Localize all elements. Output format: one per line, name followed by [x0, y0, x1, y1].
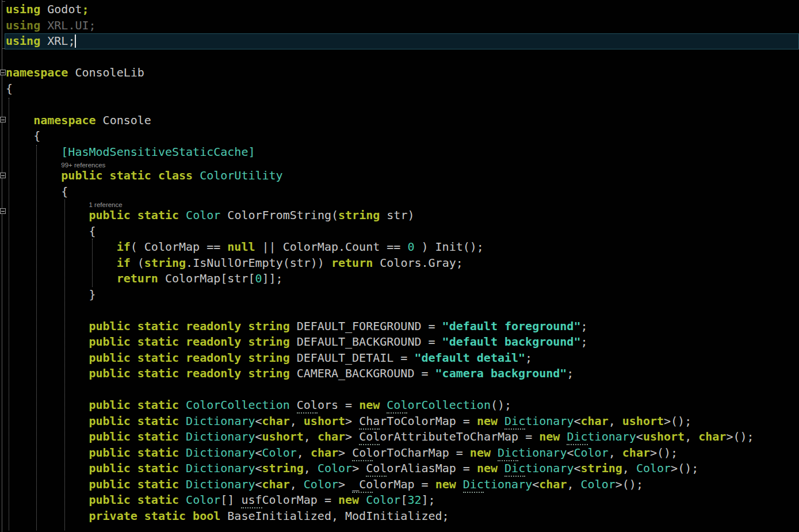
code-line[interactable]: public static readonly string DEFAULT_DE…	[0, 350, 799, 366]
blank-line	[0, 303, 799, 319]
code-line[interactable]: namespace Console	[0, 113, 799, 129]
blank-line	[0, 382, 799, 398]
code-line[interactable]: public static Dictionary<char, Color> _C…	[0, 477, 799, 493]
code-line[interactable]: public static Color[] usfColorMap = new …	[0, 492, 799, 508]
code-line[interactable]: using XRL;	[0, 33, 799, 49]
code-line[interactable]: public static readonly string CAMERA_BAC…	[0, 366, 799, 382]
fold-collapse-button-collapse-namespace-console[interactable]	[0, 117, 6, 123]
codelens-line[interactable]: 99+ references	[0, 160, 799, 168]
code-line[interactable]: public static readonly string DEFAULT_FO…	[0, 319, 799, 335]
code-line[interactable]: public static Dictionary<ushort, char> C…	[0, 429, 799, 445]
code-line[interactable]: public static Dictionary<Color, char> Co…	[0, 445, 799, 461]
code-line[interactable]: public static ColorCollection Colors = n…	[0, 397, 799, 414]
fold-region-start-tick	[2, 1, 5, 2]
text-cursor	[75, 35, 76, 48]
code-line[interactable]: {	[0, 81, 799, 97]
code-line[interactable]: public static class ColorUtility	[0, 168, 799, 184]
code-line[interactable]: {	[0, 224, 799, 240]
code-line[interactable]: {	[0, 128, 799, 144]
fold-collapse-button-collapse-method-colorfromstring[interactable]	[0, 208, 6, 214]
codelens-line[interactable]: 1 reference	[0, 200, 799, 208]
code-line[interactable]: if (string.IsNullOrEmpty(str)) return Co…	[0, 255, 799, 271]
code-line[interactable]: {	[0, 184, 799, 200]
code-line[interactable]: public static Color ColorFromString(stri…	[0, 208, 799, 224]
code-line[interactable]: public static Dictionary<char, ushort> C…	[0, 414, 799, 430]
code-line[interactable]: public static Dictionary<string, Color> …	[0, 461, 799, 477]
code-line[interactable]: using XRL.UI;	[0, 18, 799, 34]
code-line[interactable]: if( ColorMap == null || ColorMap.Count =…	[0, 239, 799, 255]
blank-line	[0, 97, 799, 113]
fold-region-end-tick	[2, 48, 5, 49]
code-editor[interactable]: using Godot;using XRL.UI;using XRL;names…	[0, 0, 799, 532]
fold-collapse-button-collapse-namespace-consolelib[interactable]	[0, 70, 6, 75]
code-line[interactable]: [HasModSensitiveStaticCache]	[0, 144, 799, 160]
blank-line	[0, 49, 799, 66]
fold-margin-line	[2, 0, 2, 532]
code-line[interactable]: private static bool BaseInitialized, Mod…	[0, 508, 799, 525]
code-line[interactable]: return ColorMap[str[0]];	[0, 271, 799, 287]
fold-collapse-button-collapse-class-colorutility[interactable]	[0, 173, 6, 178]
code-line[interactable]: using Godot;	[0, 2, 799, 18]
code-area[interactable]: using Godot;using XRL.UI;using XRL;names…	[0, 0, 799, 532]
code-line[interactable]: public static readonly string DEFAULT_BA…	[0, 334, 799, 350]
code-line[interactable]: }	[0, 287, 799, 303]
code-line[interactable]: namespace ConsoleLib	[0, 65, 799, 81]
